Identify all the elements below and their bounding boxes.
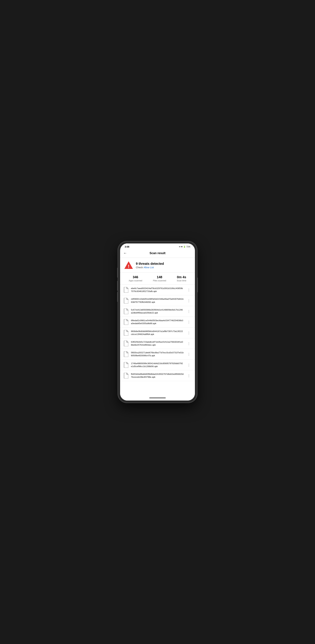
file-name: 6ffeda62c9981ce544b0503ecfdaa4c034774625…: [131, 319, 184, 325]
more-options-button[interactable]: ⋮: [186, 320, 192, 324]
file-name: 5f830ca263271deb676bc8ba77d7ecc5cd3c0731…: [131, 351, 184, 357]
phone-frame: 3:08 ▾ ▾▾ 🔋 71% ← Scan result ! 9 threat…: [118, 242, 197, 402]
files-scanned-label: Files scanned: [153, 279, 166, 282]
more-options-button[interactable]: ⋮: [186, 373, 192, 378]
more-options-button[interactable]: ⋮: [186, 309, 192, 314]
file-name: f6d53d4a98a8d40f8d8dad1fc6502767d8a52ed9…: [131, 373, 184, 378]
allow-list-line: Check Allow List: [136, 266, 164, 269]
file-name: 960b8e06d0db96f0bfcd044167a1af9b7397c73a…: [131, 330, 184, 336]
files-scanned-stat: 148 Files scanned: [153, 275, 166, 282]
scan-time-stat: 0m 4s Scan time: [177, 275, 186, 282]
check-prefix: Check: [136, 266, 144, 269]
wifi-icon: ▾: [179, 246, 180, 248]
file-list-item: 5c67cb413d050086b283564d1e4148809dc6d17b…: [120, 306, 195, 317]
more-options-button[interactable]: ⋮: [186, 352, 192, 356]
more-options-button[interactable]: ⋮: [186, 363, 192, 367]
file-list-item: f6d53d4a98a8d40f8d8dad1fc6502767d8a52ed9…: [120, 370, 195, 381]
file-icon-wrap: [123, 308, 129, 314]
page-title: Scan result: [128, 252, 187, 255]
status-time: 3:08: [125, 246, 129, 248]
files-scanned-count: 148: [157, 275, 162, 279]
file-icon: [124, 362, 128, 368]
file-list-item: 63f02562b5c723abdb1df71b35a151f12a276630…: [120, 338, 195, 349]
file-icon: [124, 373, 128, 378]
file-icon: [124, 341, 128, 346]
file-list-item: 5f830ca263271deb676bc8ba77d7ecc5cd3c0731…: [120, 349, 195, 360]
alert-section: ! 9 threats detected Check Allow List: [120, 258, 195, 273]
status-bar: 3:08 ▾ ▾▾ 🔋 71%: [120, 244, 195, 249]
scan-time-label: Scan time: [177, 279, 186, 282]
apps-scanned-label: Apps scanned: [129, 279, 142, 282]
alert-text: 9 threats detected Check Allow List: [136, 262, 164, 269]
file-name: 1748a48809399c365414d4d216c85695797926db…: [131, 362, 184, 368]
file-name: 63f02562b5c723abdb1df71b35a151f12a276630…: [131, 340, 184, 346]
file-icon-wrap: [123, 373, 129, 378]
status-icons: ▾ ▾▾ 🔋 71%: [179, 246, 190, 248]
file-list-item: cbf5900110eb051d38f3e5d22348a49ad70af430…: [120, 295, 195, 306]
file-icon-wrap: [123, 298, 129, 304]
file-icon-wrap: [123, 351, 129, 357]
top-nav: ← Scan result: [120, 249, 195, 258]
more-options-button[interactable]: ⋮: [186, 330, 192, 335]
threats-title: 9 threats detected: [136, 262, 164, 266]
file-list-item: ebe6c7aea0633424af78cb329761d391b316fa14…: [120, 284, 195, 295]
file-icon-wrap: [123, 362, 129, 368]
home-indicator: [120, 396, 195, 400]
file-icon: [124, 298, 128, 304]
file-icon-wrap: [123, 287, 129, 293]
stats-row: 346 Apps scanned 148 Files scanned 0m 4s…: [120, 273, 195, 284]
file-icon: [124, 330, 128, 336]
more-options-button[interactable]: ⋮: [186, 298, 192, 303]
battery-percent: 71%: [186, 246, 190, 248]
file-list-item: 960b8e06d0db96f0bfcd044167a1af9b7397c73a…: [120, 328, 195, 338]
file-icon-wrap: [123, 319, 129, 325]
svg-text:!: !: [128, 264, 129, 269]
phone-screen: 3:08 ▾ ▾▾ 🔋 71% ← Scan result ! 9 threat…: [120, 244, 195, 400]
more-options-button[interactable]: ⋮: [186, 288, 192, 292]
home-bar: [149, 398, 166, 398]
battery-icon: 🔋: [183, 246, 186, 248]
file-icon: [124, 351, 128, 357]
file-name: 5c67cb413d050086b283564d1e4148809dc6d17b…: [131, 308, 184, 314]
file-list: ebe6c7aea0633424af78cb329761d391b316fa14…: [120, 284, 195, 396]
apps-scanned-count: 346: [133, 275, 138, 279]
signal-icon: ▾▾: [181, 246, 183, 248]
warning-triangle-icon: !: [124, 261, 133, 269]
more-options-button[interactable]: ⋮: [186, 341, 192, 346]
apps-scanned-stat: 346 Apps scanned: [129, 275, 142, 282]
file-name: ebe6c7aea0633424af78cb329761d391b316fa14…: [131, 287, 184, 293]
file-icon-wrap: [123, 330, 129, 336]
file-name: cbf5900110eb051d38f3e5d22348a49ad70af430…: [131, 298, 184, 304]
file-list-item: 1748a48809399c365414d4d216c85695797926db…: [120, 360, 195, 370]
file-icon: [124, 287, 128, 293]
file-icon-wrap: [123, 340, 129, 346]
scan-time-value: 0m 4s: [177, 275, 186, 279]
allow-list-link[interactable]: Allow List: [144, 266, 154, 269]
file-icon: [124, 319, 128, 325]
file-icon: [124, 308, 128, 314]
file-list-item: 6ffeda62c9981ce544b0503ecfdaa4c034774625…: [120, 317, 195, 328]
back-button[interactable]: ←: [123, 251, 128, 256]
